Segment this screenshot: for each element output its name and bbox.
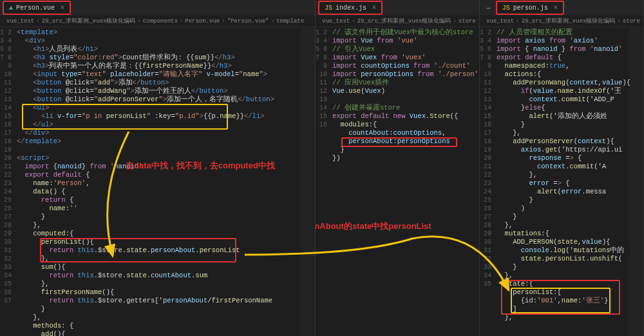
more-icon[interactable]: ⋯ <box>482 4 495 12</box>
editor-body[interactable]: 1 2 3 4 5 6 7 8 9 10 11 12 13 14 15 16 1… <box>0 27 315 336</box>
line-gutter: 1 2 3 4 5 6 7 8 9 10 11 12 13 14 15 16 1… <box>0 27 17 336</box>
line-gutter: 1 2 3 4 5 6 7 8 9 10 11 12 13 14 15 16 <box>316 27 332 336</box>
editor-body[interactable]: 1 2 3 4 5 6 7 8 9 10 11 12 13 14 15 16 1… <box>480 27 643 336</box>
editor-pane-3: ⋯ JS person.js × vue_test›29_src_求和案例_vu… <box>480 0 644 336</box>
tab-index-js[interactable]: JS index.js × <box>318 1 383 15</box>
code-area[interactable]: // 人员管理相关的配置 import axios from 'axios' i… <box>497 27 630 336</box>
tab-label: Person.vue <box>16 5 55 12</box>
breadcrumb[interactable]: vue_test›29_src_求和案例_vuex模块化编码›store›per… <box>480 15 643 27</box>
vue-icon: ▲ <box>9 5 13 12</box>
code-area[interactable]: <template> <div> <h1>人员列表</h1> <h3 style… <box>17 27 302 336</box>
js-icon: JS <box>325 5 332 12</box>
close-icon[interactable]: × <box>372 5 376 12</box>
tab-person-js[interactable]: JS person.js × <box>496 1 564 15</box>
breadcrumb[interactable]: vue_test›29_src_求和案例_vuex模块化编码›store›ind… <box>316 15 479 27</box>
minimap[interactable] <box>630 27 643 336</box>
tab-label: index.js <box>336 5 366 12</box>
breadcrumb[interactable]: vue_test›29_src_求和案例_vuex模块化编码›component… <box>0 15 315 27</box>
tab-bar: ⋯ JS person.js × <box>480 0 643 15</box>
js-icon: JS <box>502 5 510 12</box>
code-area[interactable]: // 该文件用于创建Vuex中最为核心的store import Vue fro… <box>332 27 479 336</box>
close-icon[interactable]: × <box>554 5 558 12</box>
tab-person-vue[interactable]: ▲ Person.vue × <box>3 1 71 15</box>
tab-label: person.js <box>513 5 548 12</box>
tab-bar: JS index.js × <box>316 0 479 15</box>
editor-body[interactable]: 1 2 3 4 5 6 7 8 9 10 11 12 13 14 15 16 /… <box>316 27 479 336</box>
line-gutter: 1 2 3 4 5 6 7 8 9 10 11 12 13 14 15 16 1… <box>480 27 497 336</box>
tab-bar: ▲ Person.vue × <box>0 0 315 15</box>
editor-pane-1: ▲ Person.vue × vue_test›29_src_求和案例_vuex… <box>0 0 316 336</box>
minimap[interactable] <box>302 27 315 336</box>
close-icon[interactable]: × <box>61 5 64 12</box>
editor-pane-2: JS index.js × vue_test›29_src_求和案例_vuex模… <box>316 0 480 336</box>
